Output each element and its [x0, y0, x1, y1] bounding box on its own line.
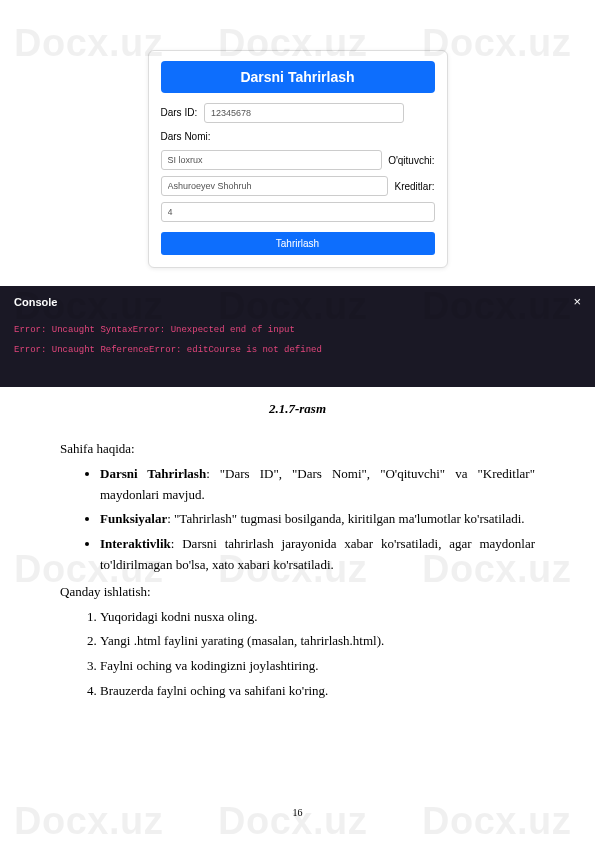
console-error-line: Error: Uncaught ReferenceError: editCour…	[14, 345, 581, 355]
credits-label: Kreditlar:	[394, 181, 434, 192]
credits-input[interactable]	[161, 202, 435, 222]
figure-caption: 2.1.7-rasm	[60, 401, 535, 417]
lesson-id-label: Dars ID:	[161, 103, 435, 123]
form-title: Darsni Tahrirlash	[161, 61, 435, 93]
section-heading: Sahifa haqida:	[60, 439, 535, 460]
console-panel: Console × Error: Uncaught SyntaxError: U…	[0, 286, 595, 387]
list-item: Interaktivlik: Darsni tahrirlash jarayon…	[100, 534, 535, 576]
console-title: Console	[14, 296, 57, 308]
console-header: Console ×	[0, 286, 595, 317]
edit-lesson-form: Darsni Tahrirlash Dars ID: Dars Nomi: O'…	[148, 50, 448, 268]
lesson-id-input[interactable]	[204, 103, 404, 123]
body-text: Sahifa haqida: Darsni Tahrirlash: "Dars …	[60, 439, 535, 702]
console-error-line: Error: Uncaught SyntaxError: Unexpected …	[14, 325, 581, 335]
form-container: Darsni Tahrirlash Dars ID: Dars Nomi: O'…	[60, 50, 535, 268]
list-item: Darsni Tahrirlash: "Dars ID", "Dars Nomi…	[100, 464, 535, 506]
numbered-list: Yuqoridagi kodni nusxa oling. Yangi .htm…	[60, 607, 535, 702]
list-item: Faylni oching va kodingizni joylashtirin…	[100, 656, 535, 677]
teacher-label: O'qituvchi:	[388, 155, 434, 166]
submit-button[interactable]: Tahrirlash	[161, 232, 435, 255]
section-heading: Qanday ishlatish:	[60, 582, 535, 603]
list-item: Yangi .html faylini yarating (masalan, t…	[100, 631, 535, 652]
close-icon[interactable]: ×	[573, 294, 581, 309]
bullet-list: Darsni Tahrirlash: "Dars ID", "Dars Nomi…	[60, 464, 535, 576]
list-item: Brauzerda faylni oching va sahifani ko'r…	[100, 681, 535, 702]
lesson-name-label: Dars Nomi:	[161, 131, 435, 142]
lesson-name-input[interactable]	[161, 150, 383, 170]
teacher-input[interactable]	[161, 176, 389, 196]
list-item: Yuqoridagi kodni nusxa oling.	[100, 607, 535, 628]
list-item: Funksiyalar: "Tahrirlash" tugmasi bosilg…	[100, 509, 535, 530]
page-number: 16	[0, 807, 595, 818]
console-body: Error: Uncaught SyntaxError: Unexpected …	[0, 317, 595, 373]
